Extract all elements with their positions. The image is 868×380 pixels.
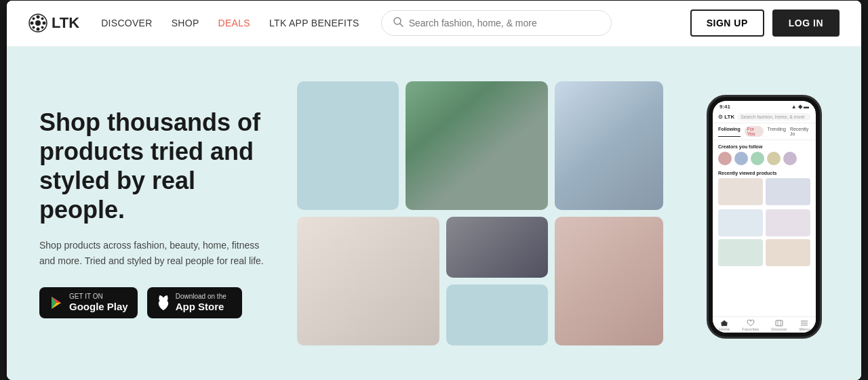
nav-shop[interactable]: SHOP xyxy=(172,18,199,28)
phone-wrap: 9:41 ▲ ◆ ▬ ⊙ LTK Search fashion, home, &… xyxy=(700,88,829,339)
svg-point-4 xyxy=(31,22,34,25)
search-bar[interactable] xyxy=(381,10,612,36)
creator-avatar-5 xyxy=(783,152,797,165)
svg-point-2 xyxy=(37,16,40,19)
photo-dark xyxy=(446,217,548,278)
creator-avatar-1 xyxy=(718,152,732,165)
svg-point-1 xyxy=(35,20,41,26)
svg-line-11 xyxy=(400,24,403,26)
phone-tab-trending[interactable]: Trending xyxy=(768,126,786,137)
phone-app-header: ⊙ LTK Search fashion, home, & more xyxy=(713,111,816,123)
app-store-text: Download on the App Store xyxy=(176,293,226,313)
photo-pink xyxy=(555,217,663,345)
phone-tab-foryou[interactable]: For You xyxy=(745,126,764,137)
google-play-get-it-on: GET IT ON xyxy=(69,293,128,301)
svg-marker-16 xyxy=(721,320,728,326)
phone-creators-title: Creators you follow xyxy=(718,144,810,149)
logo-icon xyxy=(28,14,47,33)
google-play-button[interactable]: GET IT ON Google Play xyxy=(39,287,138,318)
creator-avatar-2 xyxy=(734,152,748,165)
phone-search: Search fashion, home, & more xyxy=(737,113,810,121)
creator-avatar-4 xyxy=(767,152,781,165)
phone-product-5 xyxy=(718,239,763,266)
creator-avatar-3 xyxy=(751,152,764,165)
phone-product-4 xyxy=(766,209,810,236)
header-actions: SIGN UP LOG IN xyxy=(690,9,840,37)
phone-nav-home[interactable]: Home xyxy=(719,320,730,331)
phone-nav-home-label: Home xyxy=(719,327,730,331)
phone-time: 9:41 xyxy=(719,104,730,110)
app-store-store: App Store xyxy=(176,301,226,313)
phone-tab-recent[interactable]: Recently Jo xyxy=(790,126,810,137)
nav-deals[interactable]: DEALS xyxy=(218,18,250,28)
phone-signal: ▲ ◆ ▬ xyxy=(791,104,809,110)
svg-point-9 xyxy=(41,26,44,29)
photo-stroller xyxy=(406,81,548,210)
photo-woman-blue xyxy=(555,81,663,210)
svg-point-5 xyxy=(43,22,46,25)
phone-nav-favorites-label: Favorites xyxy=(742,327,759,331)
phone-status-bar: 9:41 ▲ ◆ ▬ xyxy=(713,101,816,111)
svg-point-6 xyxy=(33,18,35,20)
header: LTK DISCOVER SHOP DEALS LTK APP BENEFITS… xyxy=(7,1,861,47)
app-store-button[interactable]: Download on the App Store xyxy=(147,287,242,318)
search-icon xyxy=(393,16,403,30)
main-nav: DISCOVER SHOP DEALS LTK APP BENEFITS xyxy=(101,18,359,28)
phone-products-title: Recently viewed products xyxy=(718,171,810,175)
photo-placeholder-bottom xyxy=(446,284,548,345)
svg-rect-17 xyxy=(776,320,783,326)
hero-title: Shop thousands of products tried and sty… xyxy=(39,108,270,225)
app-store-download-on: Download on the xyxy=(176,293,226,301)
svg-point-3 xyxy=(37,28,40,31)
browser-frame: LTK DISCOVER SHOP DEALS LTK APP BENEFITS… xyxy=(7,1,861,380)
phone-product-2 xyxy=(766,178,810,205)
photo-row-1 xyxy=(297,81,673,210)
logo[interactable]: LTK xyxy=(28,14,79,33)
app-buttons: GET IT ON Google Play Download on the Ap… xyxy=(39,287,270,318)
home-icon xyxy=(720,320,728,326)
phone-logo: ⊙ LTK xyxy=(718,114,734,120)
nav-benefits[interactable]: LTK APP BENEFITS xyxy=(269,18,359,28)
phone-tab-following[interactable]: Following xyxy=(718,126,741,137)
phone-product-1 xyxy=(718,178,763,205)
phone-tabs: Following For You Trending Recently Jo xyxy=(713,123,816,140)
phone-product-6 xyxy=(766,239,810,266)
phone-nav-menu[interactable]: Menu xyxy=(800,320,810,331)
logo-text: LTK xyxy=(52,14,79,32)
discover-icon xyxy=(775,320,783,326)
photo-middle-col xyxy=(446,217,548,345)
search-input[interactable] xyxy=(409,18,600,28)
apple-icon xyxy=(157,295,170,310)
hero-left: Shop thousands of products tried and sty… xyxy=(39,108,270,319)
phone-product-3 xyxy=(718,209,763,236)
photo-woman-white xyxy=(297,217,439,345)
login-button[interactable]: LOG IN xyxy=(772,9,840,37)
phone-mockup: 9:41 ▲ ◆ ▬ ⊙ LTK Search fashion, home, &… xyxy=(707,95,822,339)
phone-screen: 9:41 ▲ ◆ ▬ ⊙ LTK Search fashion, home, &… xyxy=(713,101,816,333)
svg-point-8 xyxy=(33,26,35,29)
hero-subtitle: Shop products across fashion, beauty, ho… xyxy=(39,238,270,268)
phone-body: Creators you follow Recently viewed prod… xyxy=(713,140,816,316)
phone-products-grid-2 xyxy=(718,239,810,266)
photo-grid-full xyxy=(297,74,673,353)
phone-creators-list xyxy=(718,152,810,165)
google-play-text: GET IT ON Google Play xyxy=(69,293,128,313)
phone-bottom-nav: Home Favorites Discover Menu xyxy=(713,316,816,333)
google-play-icon xyxy=(49,295,64,310)
phone-products-grid xyxy=(718,178,810,236)
google-play-store: Google Play xyxy=(69,301,128,313)
phone-nav-favorites[interactable]: Favorites xyxy=(742,320,759,331)
svg-point-7 xyxy=(41,18,44,20)
signup-button[interactable]: SIGN UP xyxy=(690,9,764,37)
phone-nav-menu-label: Menu xyxy=(800,327,810,331)
phone-nav-discover-label: Discover xyxy=(771,327,787,331)
heart-icon xyxy=(747,320,755,326)
menu-icon xyxy=(800,320,808,326)
photo-placeholder-1 xyxy=(297,81,399,210)
nav-discover[interactable]: DISCOVER xyxy=(101,18,153,28)
photo-row-2 xyxy=(297,217,673,345)
hero-section: Shop thousands of products tried and sty… xyxy=(7,47,861,380)
phone-nav-discover[interactable]: Discover xyxy=(771,320,787,331)
